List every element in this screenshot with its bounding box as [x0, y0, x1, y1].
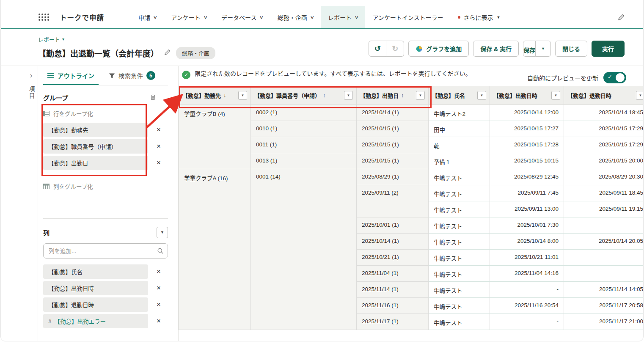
remove-icon[interactable]: × — [157, 300, 161, 309]
run-button[interactable]: 実行 — [592, 41, 625, 57]
nav-item-4[interactable]: 総務・企画 ∨ — [270, 6, 321, 28]
header-dropdown-button[interactable]: ▼ — [416, 91, 425, 100]
table-cell: 2025/11/17 20:58 — [564, 298, 644, 314]
table-cell: 田中 — [429, 121, 490, 137]
table-cell: 学童クラブB (4) — [179, 105, 251, 169]
table-cell: 2025/10/14 20:05 — [564, 234, 644, 250]
preview-area: ✓ 限定された数のレコードをプレビューしています。すべて表示するには、レポートを… — [179, 66, 643, 341]
breadcrumb[interactable]: レポート ▾ — [38, 35, 64, 43]
table-cell: 2025/09/11 7:45 — [490, 185, 564, 201]
nav-item-7[interactable]: さらに表示 ▼ — [451, 6, 508, 28]
close-button[interactable]: 閉じる — [555, 41, 587, 57]
caret-down-icon: ▾ — [62, 37, 64, 41]
table-cell: 2025/11/17 (1) — [357, 314, 429, 330]
remove-icon[interactable]: × — [157, 284, 161, 292]
filter-count-badge: 5 — [146, 71, 155, 80]
app-title: トークで申請 — [60, 6, 104, 28]
column-header[interactable]: 【勤怠】勤務先 ↓ ▼ — [179, 86, 251, 105]
add-column-input[interactable] — [43, 243, 168, 258]
field-chip[interactable]: 【勤怠】氏名 — [43, 264, 148, 279]
expand-panel-icon[interactable]: › — [30, 71, 33, 80]
table-cell: 牛嶋テスト — [429, 169, 490, 185]
column-header[interactable]: 【勤怠】氏名 ▼ — [429, 86, 490, 105]
redo-button[interactable]: ↻ — [386, 41, 404, 57]
chevron-down-icon: ∨ — [153, 15, 157, 19]
save-button[interactable]: 保存 — [523, 41, 536, 57]
table-cell: 2025/11/16 (1) — [357, 298, 429, 314]
table-cell: 予備１ — [429, 153, 490, 169]
chevron-down-icon: ∨ — [354, 15, 359, 19]
nav-edit-pencil-icon[interactable] — [618, 6, 625, 28]
app-window: トークで申請 申請 ∨ アンケート ∨ データベース ∨ 総務・企画 ∨ レポー… — [0, 0, 644, 341]
remove-icon[interactable]: × — [157, 126, 161, 134]
table-cell: 牛嶋テスト — [429, 314, 490, 330]
remove-icon[interactable]: × — [157, 142, 161, 151]
table-cell — [564, 217, 644, 234]
dot-grid-icon — [38, 13, 50, 21]
field-chip-row: 【勤怠】氏名 × — [43, 264, 168, 279]
table-cell: 0002 (1) — [251, 105, 357, 121]
header-dropdown-button[interactable]: ▼ — [238, 91, 247, 100]
remove-icon[interactable]: × — [157, 159, 161, 167]
field-chip[interactable]: 【勤怠】出勤日時 — [43, 281, 148, 295]
remove-icon[interactable]: × — [157, 267, 161, 276]
auto-update-toggle[interactable]: ✓ — [603, 72, 626, 83]
save-dropdown-button[interactable]: ▼ — [535, 41, 551, 57]
outline-list-icon — [47, 73, 54, 78]
nav-item-2[interactable]: アンケート ∨ — [164, 6, 214, 28]
field-chip[interactable]: 【勤怠】退勤日時 — [43, 297, 148, 312]
table-cell: 2025/11/04 (1) — [357, 266, 429, 282]
nav-item-6[interactable]: アンケートインストーラー — [365, 6, 450, 28]
column-header[interactable]: 【勤怠】出勤日時 ▼ — [490, 86, 564, 105]
app-launcher-icon[interactable] — [38, 6, 50, 28]
table-cell: - — [490, 314, 564, 330]
remove-icon[interactable]: × — [157, 317, 161, 325]
numeric-field-icon: # — [48, 318, 52, 324]
nav-item-1[interactable]: 申請 ∨ — [131, 6, 164, 28]
column-group-icon — [43, 184, 50, 189]
row-group-list: 【勤怠】勤務先 × 【勤怠】職員番号（申請） × 【勤怠】出勤日 × — [43, 123, 168, 170]
table-cell: 2025/10/15 17:29 — [564, 137, 644, 153]
field-chip[interactable]: # 【勤怠】出勤エラー — [43, 314, 148, 328]
tab-outline[interactable]: アウトライン — [43, 66, 99, 85]
table-cell: 2025/08/29 12:45 — [490, 169, 564, 185]
undo-button[interactable]: ↺ — [369, 41, 386, 57]
row-group-label[interactable]: 行をグループ化 — [43, 108, 168, 118]
field-chip-row: 【勤怠】出勤日時 × — [43, 281, 168, 295]
nav-item-5[interactable]: レポート ∨ — [321, 6, 365, 28]
column-header[interactable]: 【勤怠】職員番号（申請） ↑ ▼ — [251, 86, 357, 105]
table-row: 学童クラブA (16)0001 (14)2025/08/29 (1)牛嶋テスト2… — [179, 169, 644, 185]
table-cell: 2025/10/15 (1) — [357, 121, 429, 137]
header-dropdown-button[interactable]: ▼ — [477, 91, 486, 100]
field-chip[interactable]: 【勤怠】勤務先 — [43, 123, 148, 137]
header-dropdown-button[interactable]: ▼ — [636, 91, 643, 100]
header-dropdown-button[interactable]: ▼ — [344, 91, 353, 100]
sort-arrow-icon: ↑ — [401, 93, 404, 99]
table-cell: 2025/11/14 (1) — [357, 282, 429, 298]
table-cell: 2025/10/01 (1) — [357, 217, 429, 234]
table-cell: 0001 (14) — [251, 169, 357, 330]
columns-dropdown-button[interactable]: ▼ — [157, 227, 168, 238]
column-header[interactable]: 【勤怠】出勤日 ↑ ▼ — [357, 86, 429, 105]
table-cell: 2025/10/14 18:45 — [564, 105, 644, 121]
add-graph-button[interactable]: グラフを追加 — [408, 41, 469, 57]
table-cell — [564, 250, 644, 266]
nav-item-3[interactable]: データベース ∨ — [214, 6, 270, 28]
success-check-icon: ✓ — [182, 71, 190, 79]
table-cell: 2025/10/15 17:28 — [490, 137, 564, 153]
trash-icon[interactable] — [150, 94, 156, 102]
field-chip[interactable]: 【勤怠】出勤日 — [43, 156, 148, 170]
tab-filter[interactable]: 検索条件 5 — [105, 66, 160, 85]
column-header[interactable]: 【勤怠】退勤日時 ▼ — [564, 86, 644, 105]
sidebar-tabs: アウトライン 検索条件 5 — [43, 66, 168, 85]
header-dropdown-button[interactable]: ▼ — [551, 91, 560, 100]
save-and-run-button[interactable]: 保存 & 実行 — [473, 41, 519, 57]
column-group-label[interactable]: 列をグループ化 — [43, 181, 168, 191]
add-column-search — [43, 243, 168, 258]
table-cell: 2025/08/29 (1) — [357, 169, 429, 185]
table-cell: 2025/11/04 14:16 — [490, 266, 564, 282]
field-chip[interactable]: 【勤怠】職員番号（申請） — [43, 139, 148, 154]
title-edit-pencil-icon[interactable] — [164, 49, 171, 57]
table-cell: 0010 (1) — [251, 121, 357, 137]
table-cell: 2025/11/14 14:05 — [564, 282, 644, 298]
